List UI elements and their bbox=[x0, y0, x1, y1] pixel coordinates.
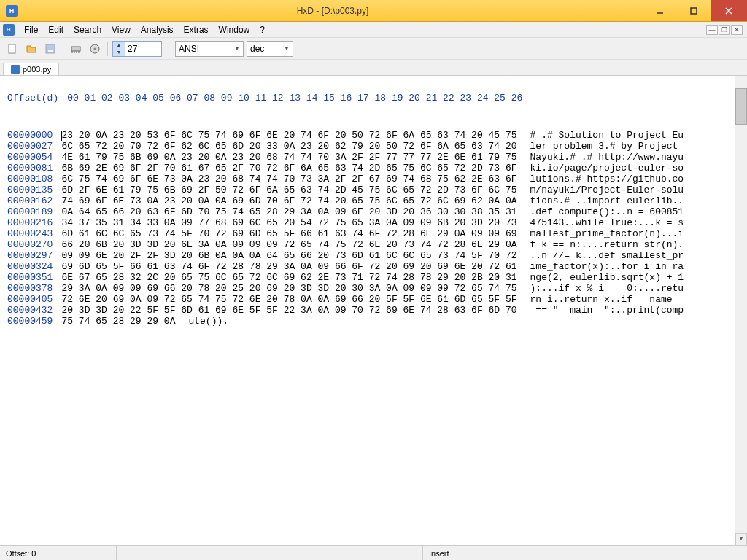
hex-row[interactable]: 0000040572 6E 20 69 0A 09 72 65 74 75 72… bbox=[7, 294, 740, 305]
hex-cell[interactable]: 20 3D 3D 20 22 5F 5F 6D 61 69 6E 5F 5F 2… bbox=[61, 305, 516, 316]
radix-select[interactable]: dec ▼ bbox=[247, 41, 293, 57]
hex-cell[interactable]: 6C 65 72 20 70 72 6F 62 6C 65 6D 20 33 0… bbox=[61, 141, 516, 152]
mdi-restore-button[interactable]: ❐ bbox=[719, 25, 730, 35]
hex-cell[interactable]: 74 69 6F 6E 73 0A 23 20 0A 0A 69 6D 70 6… bbox=[61, 195, 516, 206]
ascii-cell[interactable]: m/nayuki/Project-Euler-solu bbox=[530, 184, 684, 195]
scroll-down-button[interactable]: ▼ bbox=[735, 533, 747, 545]
encoding-select[interactable]: ANSI ▼ bbox=[175, 41, 244, 57]
hex-cell[interactable]: 4E 61 79 75 6B 69 0A 23 20 0A 23 20 68 7… bbox=[61, 152, 516, 163]
close-button[interactable] bbox=[711, 0, 747, 21]
tab-file[interactable]: p003.py bbox=[3, 63, 59, 75]
hex-cell[interactable]: 6C 75 74 69 6F 6E 73 0A 23 20 68 74 74 7… bbox=[61, 174, 516, 184]
hex-cell[interactable]: 09 09 6E 20 2F 2F 3D 20 6B 0A 0A 0A 64 6… bbox=[61, 250, 516, 261]
scrollbar-thumb[interactable] bbox=[735, 88, 747, 125]
hex-row[interactable]: 0000021634 37 35 31 34 33 0A 09 77 68 69… bbox=[7, 217, 740, 228]
menu-edit[interactable]: Edit bbox=[43, 23, 69, 36]
toolbar: ▲▼ ANSI ▼ dec ▼ bbox=[0, 38, 747, 60]
hex-row[interactable]: 000000816B 69 2E 69 6F 2F 70 61 67 65 2F… bbox=[7, 163, 740, 174]
hex-row[interactable]: 000001086C 75 74 69 6F 6E 73 0A 23 20 68… bbox=[7, 174, 740, 184]
ascii-cell[interactable]: ..n //= k...def smallest_pr bbox=[530, 250, 684, 261]
hex-cell[interactable]: 23 20 0A 23 20 53 6F 6C 75 74 69 6F 6E 2… bbox=[61, 130, 516, 141]
save-button[interactable] bbox=[42, 41, 58, 57]
hex-row[interactable]: 000002436D 61 6C 6C 65 73 74 5F 70 72 69… bbox=[7, 228, 740, 239]
hex-row[interactable]: 000000276C 65 72 20 70 72 6F 62 6C 65 6D… bbox=[7, 141, 740, 152]
ascii-cell[interactable]: Nayuki.# .# http://www.nayu bbox=[530, 152, 684, 163]
chevron-down-icon: ▼ bbox=[284, 45, 290, 52]
ascii-cell[interactable]: tions.# ..import eulerlib.. bbox=[530, 195, 684, 206]
hex-cell[interactable]: 6D 2F 6E 61 79 75 6B 69 2F 50 72 6F 6A 6… bbox=[61, 184, 516, 195]
disk-button[interactable] bbox=[87, 41, 103, 57]
maximize-button[interactable] bbox=[677, 0, 711, 21]
hex-cell[interactable]: 6B 69 2E 69 6F 2F 70 61 67 65 2F 70 72 6… bbox=[61, 163, 516, 174]
file-icon bbox=[11, 65, 20, 74]
hex-cell[interactable]: 34 37 35 31 34 33 0A 09 77 68 69 6C 65 2… bbox=[61, 217, 516, 228]
svg-point-13 bbox=[94, 47, 96, 50]
hex-cell[interactable]: 0A 64 65 66 20 63 6F 6D 70 75 74 65 28 2… bbox=[61, 206, 516, 217]
vertical-scrollbar[interactable]: ▲ ▼ bbox=[735, 76, 747, 545]
hex-cell[interactable]: 29 3A 0A 09 09 69 66 20 78 20 25 20 69 2… bbox=[61, 283, 516, 294]
hex-row[interactable]: 0000016274 69 6F 6E 73 0A 23 20 0A 0A 69… bbox=[7, 195, 740, 206]
hex-row[interactable]: 000000544E 61 79 75 6B 69 0A 23 20 0A 23… bbox=[7, 152, 740, 163]
hex-row[interactable]: 0000000023 20 0A 23 20 53 6F 6C 75 74 69… bbox=[7, 130, 740, 141]
app-icon: H bbox=[6, 5, 18, 17]
offset-cell: 00000108 bbox=[7, 174, 53, 184]
offset-cell: 00000270 bbox=[7, 239, 53, 250]
bytes-per-row-input[interactable]: ▲▼ bbox=[112, 41, 162, 57]
hex-cell[interactable]: 6D 61 6C 6C 65 73 74 5F 70 72 69 6D 65 5… bbox=[61, 228, 516, 239]
offset-cell: 00000162 bbox=[7, 195, 53, 206]
ascii-cell[interactable]: 475143..while True:...k = s bbox=[530, 217, 684, 228]
hex-row[interactable]: 000001890A 64 65 66 20 63 6F 6D 70 75 74… bbox=[7, 206, 740, 217]
chevron-up-icon[interactable]: ▲ bbox=[113, 42, 125, 49]
new-file-button[interactable] bbox=[4, 41, 20, 57]
ascii-cell[interactable]: ):...if x % i == 0:....retu bbox=[530, 283, 684, 294]
minimize-button[interactable] bbox=[643, 0, 677, 21]
offset-cell: 00000351 bbox=[7, 272, 53, 283]
hex-row[interactable]: 0000043220 3D 3D 20 22 5F 5F 6D 61 69 6E… bbox=[7, 305, 740, 316]
menu-window[interactable]: Window bbox=[214, 23, 255, 36]
offset-cell: 00000216 bbox=[7, 217, 53, 228]
hex-row[interactable]: 000003516E 67 65 28 32 2C 20 65 75 6C 65… bbox=[7, 272, 740, 283]
ascii-cell[interactable]: ime_factor(x):..for i in ra bbox=[530, 261, 684, 272]
hex-row[interactable]: 0000037829 3A 0A 09 09 69 66 20 78 20 25… bbox=[7, 283, 740, 294]
ascii-cell[interactable]: nge(2, eulerlib.sqrt(x) + 1 bbox=[530, 272, 684, 283]
titlebar: H HxD - [D:\p003.py] bbox=[0, 0, 747, 22]
chevron-down-icon[interactable]: ▼ bbox=[113, 49, 125, 56]
encoding-value: ANSI bbox=[179, 44, 199, 54]
ascii-cell[interactable]: ki.io/page/project-euler-so bbox=[530, 163, 684, 174]
ascii-cell[interactable]: lutions.# https://github.co bbox=[530, 174, 684, 184]
ascii-cell[interactable]: f k == n:....return str(n). bbox=[530, 239, 684, 250]
ascii-cell[interactable]: .def compute():..n = 600851 bbox=[530, 206, 684, 217]
menu-analysis[interactable]: Analysis bbox=[136, 23, 179, 36]
ram-button[interactable] bbox=[68, 41, 84, 57]
hex-row[interactable]: 0000045975 74 65 28 29 29 0Aute()). bbox=[7, 316, 740, 327]
menu-help[interactable]: ? bbox=[255, 23, 270, 36]
mdi-close-button[interactable]: ✕ bbox=[731, 25, 743, 35]
bytes-per-row-value[interactable] bbox=[125, 44, 161, 54]
hex-cell[interactable]: 6E 67 65 28 32 2C 20 65 75 6C 65 72 6C 6… bbox=[61, 272, 516, 283]
menu-extras[interactable]: Extras bbox=[179, 23, 214, 36]
mdi-minimize-button[interactable]: — bbox=[706, 25, 718, 35]
menu-view[interactable]: View bbox=[107, 23, 136, 36]
hex-view[interactable]: Offset(d)00 01 02 03 04 05 06 07 08 09 1… bbox=[0, 76, 747, 545]
hex-cell[interactable]: 75 74 65 28 29 29 0A bbox=[61, 316, 175, 327]
hex-cell[interactable]: 69 6D 65 5F 66 61 63 74 6F 72 28 78 29 3… bbox=[61, 261, 516, 272]
hex-row[interactable]: 0000029709 09 6E 20 2F 2F 3D 20 6B 0A 0A… bbox=[7, 250, 740, 261]
hex-row[interactable]: 0000032469 6D 65 5F 66 61 63 74 6F 72 28… bbox=[7, 261, 740, 272]
ascii-cell[interactable]: rn i..return x..if __name__ bbox=[530, 294, 684, 305]
offset-cell: 00000054 bbox=[7, 152, 53, 163]
menu-search[interactable]: Search bbox=[69, 23, 107, 36]
open-file-button[interactable] bbox=[23, 41, 39, 57]
hex-row[interactable]: 000001356D 2F 6E 61 79 75 6B 69 2F 50 72… bbox=[7, 184, 740, 195]
hex-cell[interactable]: 72 6E 20 69 0A 09 72 65 74 75 72 6E 20 7… bbox=[61, 294, 516, 305]
ascii-cell[interactable]: mallest_prime_factor(n)...i bbox=[530, 228, 684, 239]
hex-cell[interactable]: 66 20 6B 20 3D 3D 20 6E 3A 0A 09 09 09 7… bbox=[61, 239, 516, 250]
ascii-cell[interactable]: ler problem 3.# by Project bbox=[530, 141, 684, 152]
offset-cell: 00000405 bbox=[7, 294, 53, 305]
hex-row[interactable]: 0000027066 20 6B 20 3D 3D 20 6E 3A 0A 09… bbox=[7, 239, 740, 250]
ascii-cell[interactable]: == "__main__":..print(comp bbox=[530, 305, 684, 316]
offset-cell: 00000135 bbox=[7, 184, 53, 195]
menu-file[interactable]: File bbox=[19, 23, 43, 36]
offset-cell: 00000081 bbox=[7, 163, 53, 174]
ascii-cell[interactable]: # .# Solution to Project Eu bbox=[530, 130, 684, 141]
ascii-cell[interactable]: ute()). bbox=[188, 316, 228, 327]
